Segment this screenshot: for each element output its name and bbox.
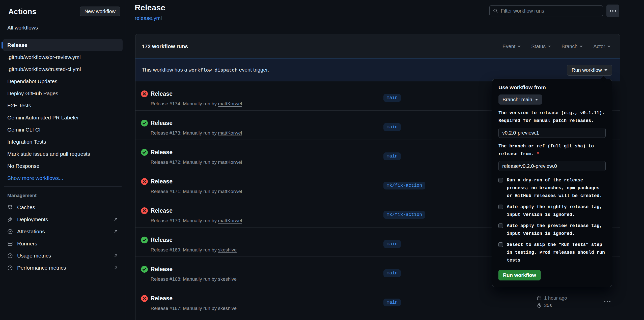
actor-link[interactable]: mattKorwel [218, 218, 242, 223]
checkbox[interactable] [498, 242, 503, 247]
management-label: Caches [17, 204, 35, 210]
sidebar-item-workflow[interactable]: No Response [3, 160, 123, 172]
workflow-label: No Response [7, 163, 39, 169]
verified-icon [7, 229, 13, 234]
version-input[interactable] [498, 128, 606, 138]
sidebar-item-workflow[interactable]: Deploy GitHub Pages [3, 87, 123, 100]
calendar-icon [537, 296, 542, 301]
checkbox-label: Run a dry-run of the release process; no… [507, 176, 606, 200]
run-title-link[interactable]: Release [151, 149, 173, 156]
branch-badge[interactable]: main [383, 299, 401, 306]
branch-badge[interactable]: main [383, 123, 401, 131]
run-title-link[interactable]: Release [151, 237, 173, 243]
branch-badge[interactable]: main [383, 152, 401, 160]
runs-filters: Event Status Branch Actor [502, 44, 613, 49]
kebab-icon [610, 10, 611, 12]
checkbox-row: Select to skip the "Run Tests" step in t… [498, 241, 606, 264]
branch-badge[interactable]: mk/fix-action [383, 182, 425, 189]
run-title-link[interactable]: Release [151, 90, 173, 97]
chevron-down-icon [535, 99, 538, 101]
sidebar-item-workflow[interactable]: Gemini CLI CI [3, 124, 123, 136]
sidebar-item-all-workflows[interactable]: All workflows [3, 23, 123, 33]
search-icon [493, 8, 498, 13]
actor-link[interactable]: skeshive [218, 247, 237, 252]
workflow-label: Release [7, 42, 27, 48]
checkbox[interactable] [498, 205, 503, 209]
filter-dropdown[interactable]: Branch [562, 44, 583, 49]
branch-select-button[interactable]: Branch: main [498, 94, 542, 105]
rocket-icon [7, 217, 13, 222]
run-description: Release #168: Manually run by skeshive [151, 276, 237, 282]
sidebar-item-management[interactable]: Performance metrics [3, 262, 123, 274]
sidebar-item-management[interactable]: Deployments [3, 213, 123, 226]
run-title-link[interactable]: Release [151, 207, 173, 214]
filter-dropdown[interactable]: Status [531, 44, 551, 49]
banner-text: This workflow has aworkflow_dispatcheven… [142, 67, 269, 73]
run-meta: 1 hour ago 35s [537, 295, 567, 308]
filter-dropdown-label: Actor [593, 44, 605, 49]
filter-input[interactable] [501, 8, 599, 14]
sidebar-item-workflow[interactable]: Release [3, 39, 123, 51]
sidebar-item-workflow[interactable]: .github/workflows/trusted-ci.yml [3, 63, 123, 75]
branch-badge[interactable]: main [383, 269, 401, 277]
run-workflow-dropdown-button[interactable]: Run workflow [567, 65, 612, 76]
run-options-kebab-button[interactable] [603, 300, 612, 304]
actions-sidebar: Actions New workflow All workflows Relea… [0, 0, 126, 320]
kebab-icon [604, 301, 605, 302]
management-header: Management [7, 193, 37, 198]
branch-badge[interactable]: main [383, 240, 401, 248]
workflow-label: Gemini CLI CI [7, 127, 41, 133]
checkbox-row: Auto apply the preview release tag, inpu… [498, 222, 606, 238]
filter-dropdown-label: Branch [562, 44, 577, 49]
sidebar-item-workflow[interactable]: Integration Tests [3, 136, 123, 148]
branch-badge[interactable]: main [383, 94, 401, 102]
sidebar-item-management[interactable]: Usage metrics [3, 250, 123, 262]
next-row-sliver [135, 315, 620, 320]
filter-dropdown[interactable]: Actor [593, 44, 610, 49]
run-title-link[interactable]: Release [151, 120, 173, 126]
actor-link[interactable]: skeshive [218, 306, 237, 311]
management-list: Caches Deployments [3, 201, 123, 274]
sidebar-item-management[interactable]: Runners [3, 238, 123, 250]
page-title: Release [135, 3, 165, 12]
run-title-link[interactable]: Release [151, 178, 173, 185]
required-asterisk: * [537, 151, 539, 156]
workflow-options-kebab-button[interactable] [606, 5, 619, 17]
actor-link[interactable]: mattKorwel [218, 101, 242, 106]
run-title-link[interactable]: Release [151, 266, 173, 273]
branch-badge[interactable]: mk/fix-action [383, 211, 425, 219]
actor-link[interactable]: mattKorwel [218, 130, 242, 136]
actor-link[interactable]: mattKorwel [218, 159, 242, 165]
chevron-down-icon [607, 46, 610, 47]
sidebar-item-workflow[interactable]: Mark stale issues and pull requests [3, 148, 123, 160]
sidebar-item-workflow[interactable]: .github/workflows/pr-review.yml [3, 51, 123, 63]
sidebar-item-workflow[interactable]: E2E Tests [3, 100, 123, 112]
workflow-run-row[interactable]: Release Release #167: Manually run by sk… [135, 286, 620, 315]
filter-dropdown[interactable]: Event [502, 44, 521, 49]
run-workflow-submit-button[interactable]: Run workflow [498, 270, 541, 280]
checkbox-row: Auto apply the nightly release tag, inpu… [498, 203, 606, 219]
run-description: Release #170: Manually run by mattKorwel [151, 218, 242, 223]
chevron-down-icon [518, 46, 521, 47]
sidebar-item-workflow[interactable]: Gemini Automated PR Labeler [3, 112, 123, 124]
checkbox[interactable] [498, 178, 503, 182]
filter-dropdown-label: Status [531, 44, 546, 49]
workflow-dispatch-code: workflow_dispatch [187, 68, 239, 73]
sidebar-item-workflow[interactable]: Show more workflows... [3, 172, 123, 184]
filter-workflow-runs-field[interactable] [489, 5, 603, 16]
sidebar-item-management[interactable]: Attestations [3, 226, 123, 238]
chevron-down-icon [604, 69, 607, 71]
ref-input[interactable] [498, 161, 606, 171]
actor-link[interactable]: mattKorwel [218, 189, 242, 194]
checkbox[interactable] [498, 223, 503, 228]
new-workflow-button[interactable]: New workflow [80, 7, 120, 16]
workflow-list: Release .github/workflows/pr-review.yml … [3, 39, 123, 184]
sidebar-item-workflow[interactable]: Dependabot Updates [3, 75, 123, 87]
management-label: Runners [17, 241, 37, 247]
run-description: Release #167: Manually run by skeshive [151, 306, 237, 311]
run-title-link[interactable]: Release [151, 295, 173, 302]
sidebar-item-management[interactable]: Caches [3, 201, 123, 213]
workflow-file-link[interactable]: release.yml [135, 15, 162, 21]
cache-icon [7, 205, 13, 210]
actor-link[interactable]: skeshive [218, 276, 237, 282]
